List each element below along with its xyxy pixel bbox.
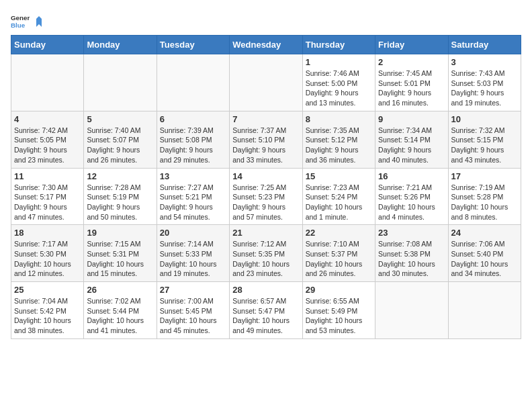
day-info: Sunrise: 7:40 AM Sunset: 5:07 PM Dayligh… bbox=[87, 126, 153, 165]
day-number: 9 bbox=[378, 114, 445, 124]
calendar-cell: 16Sunrise: 7:21 AM Sunset: 5:26 PM Dayli… bbox=[375, 168, 448, 225]
day-info: Sunrise: 7:45 AM Sunset: 5:01 PM Dayligh… bbox=[378, 68, 445, 108]
day-number: 26 bbox=[87, 285, 153, 295]
day-info: Sunrise: 7:30 AM Sunset: 5:17 PM Dayligh… bbox=[14, 183, 81, 222]
day-info: Sunrise: 7:14 AM Sunset: 5:33 PM Dayligh… bbox=[160, 239, 226, 279]
calendar-cell bbox=[230, 54, 302, 111]
day-info: Sunrise: 7:04 AM Sunset: 5:42 PM Dayligh… bbox=[14, 296, 81, 336]
calendar-cell: 6Sunrise: 7:39 AM Sunset: 5:08 PM Daylig… bbox=[157, 111, 229, 168]
logo-icon: General Blue bbox=[11, 11, 30, 30]
day-info: Sunrise: 7:06 AM Sunset: 5:40 PM Dayligh… bbox=[451, 239, 518, 279]
day-number: 20 bbox=[160, 228, 226, 238]
calendar-cell: 12Sunrise: 7:28 AM Sunset: 5:19 PM Dayli… bbox=[84, 168, 157, 225]
calendar-cell: 17Sunrise: 7:19 AM Sunset: 5:28 PM Dayli… bbox=[448, 168, 521, 225]
calendar-week-row: 25Sunrise: 7:04 AM Sunset: 5:42 PM Dayli… bbox=[11, 282, 521, 339]
calendar-cell: 20Sunrise: 7:14 AM Sunset: 5:33 PM Dayli… bbox=[157, 225, 229, 282]
calendar-day-header: Monday bbox=[84, 36, 157, 54]
calendar-cell: 5Sunrise: 7:40 AM Sunset: 5:07 PM Daylig… bbox=[84, 111, 157, 168]
day-number: 17 bbox=[451, 171, 518, 181]
day-info: Sunrise: 7:10 AM Sunset: 5:37 PM Dayligh… bbox=[306, 239, 372, 279]
day-number: 22 bbox=[306, 228, 372, 238]
day-number: 1 bbox=[306, 57, 372, 67]
calendar-day-header: Thursday bbox=[302, 36, 375, 54]
calendar-table: SundayMondayTuesdayWednesdayThursdayFrid… bbox=[11, 35, 521, 339]
calendar-cell: 19Sunrise: 7:15 AM Sunset: 5:31 PM Dayli… bbox=[84, 225, 157, 282]
calendar-day-header: Sunday bbox=[11, 36, 84, 54]
day-number: 2 bbox=[378, 57, 445, 67]
calendar-cell: 4Sunrise: 7:42 AM Sunset: 5:05 PM Daylig… bbox=[11, 111, 84, 168]
calendar-cell bbox=[11, 54, 84, 111]
day-info: Sunrise: 7:00 AM Sunset: 5:45 PM Dayligh… bbox=[160, 296, 226, 336]
calendar-cell: 7Sunrise: 7:37 AM Sunset: 5:10 PM Daylig… bbox=[230, 111, 302, 168]
day-number: 28 bbox=[232, 285, 299, 295]
calendar-cell: 22Sunrise: 7:10 AM Sunset: 5:37 PM Dayli… bbox=[302, 225, 375, 282]
day-info: Sunrise: 7:21 AM Sunset: 5:26 PM Dayligh… bbox=[378, 183, 445, 222]
day-info: Sunrise: 7:37 AM Sunset: 5:10 PM Dayligh… bbox=[232, 126, 299, 165]
calendar-week-row: 1Sunrise: 7:46 AM Sunset: 5:00 PM Daylig… bbox=[11, 54, 521, 111]
calendar-cell: 14Sunrise: 7:25 AM Sunset: 5:23 PM Dayli… bbox=[230, 168, 302, 225]
day-number: 11 bbox=[14, 171, 81, 181]
calendar-cell: 1Sunrise: 7:46 AM Sunset: 5:00 PM Daylig… bbox=[302, 54, 375, 111]
day-number: 10 bbox=[451, 114, 518, 124]
day-info: Sunrise: 7:23 AM Sunset: 5:24 PM Dayligh… bbox=[306, 183, 372, 222]
day-number: 12 bbox=[87, 171, 153, 181]
day-number: 3 bbox=[451, 57, 518, 67]
calendar-week-row: 11Sunrise: 7:30 AM Sunset: 5:17 PM Dayli… bbox=[11, 168, 521, 225]
calendar-cell: 10Sunrise: 7:32 AM Sunset: 5:15 PM Dayli… bbox=[448, 111, 521, 168]
svg-marker-3 bbox=[34, 16, 44, 27]
calendar-cell: 29Sunrise: 6:55 AM Sunset: 5:49 PM Dayli… bbox=[302, 282, 375, 339]
calendar-cell: 11Sunrise: 7:30 AM Sunset: 5:17 PM Dayli… bbox=[11, 168, 84, 225]
day-number: 14 bbox=[232, 171, 299, 181]
day-info: Sunrise: 7:46 AM Sunset: 5:00 PM Dayligh… bbox=[306, 68, 372, 108]
calendar-cell: 15Sunrise: 7:23 AM Sunset: 5:24 PM Dayli… bbox=[302, 168, 375, 225]
calendar-header-row: SundayMondayTuesdayWednesdayThursdayFrid… bbox=[11, 36, 521, 54]
day-number: 6 bbox=[160, 114, 226, 124]
logo-bird-icon bbox=[32, 15, 46, 28]
calendar-cell: 13Sunrise: 7:27 AM Sunset: 5:21 PM Dayli… bbox=[157, 168, 229, 225]
calendar-cell bbox=[375, 282, 448, 339]
day-info: Sunrise: 6:57 AM Sunset: 5:47 PM Dayligh… bbox=[232, 296, 299, 336]
day-info: Sunrise: 7:28 AM Sunset: 5:19 PM Dayligh… bbox=[87, 183, 153, 222]
day-info: Sunrise: 7:25 AM Sunset: 5:23 PM Dayligh… bbox=[232, 183, 299, 222]
calendar-cell: 25Sunrise: 7:04 AM Sunset: 5:42 PM Dayli… bbox=[11, 282, 84, 339]
day-info: Sunrise: 7:43 AM Sunset: 5:03 PM Dayligh… bbox=[451, 68, 518, 108]
day-info: Sunrise: 7:39 AM Sunset: 5:08 PM Dayligh… bbox=[160, 126, 226, 165]
day-number: 23 bbox=[378, 228, 445, 238]
day-number: 8 bbox=[306, 114, 372, 124]
calendar-cell: 18Sunrise: 7:17 AM Sunset: 5:30 PM Dayli… bbox=[11, 225, 84, 282]
day-number: 15 bbox=[306, 171, 372, 181]
calendar-cell bbox=[157, 54, 229, 111]
day-number: 7 bbox=[232, 114, 299, 124]
calendar-day-header: Tuesday bbox=[157, 36, 229, 54]
day-number: 4 bbox=[14, 114, 81, 124]
day-number: 19 bbox=[87, 228, 153, 238]
day-number: 21 bbox=[232, 228, 299, 238]
calendar-day-header: Saturday bbox=[448, 36, 521, 54]
day-info: Sunrise: 7:08 AM Sunset: 5:38 PM Dayligh… bbox=[378, 239, 445, 279]
calendar-week-row: 4Sunrise: 7:42 AM Sunset: 5:05 PM Daylig… bbox=[11, 111, 521, 168]
day-number: 16 bbox=[378, 171, 445, 181]
calendar-week-row: 18Sunrise: 7:17 AM Sunset: 5:30 PM Dayli… bbox=[11, 225, 521, 282]
day-info: Sunrise: 7:12 AM Sunset: 5:35 PM Dayligh… bbox=[232, 239, 299, 279]
day-number: 29 bbox=[306, 285, 372, 295]
svg-text:Blue: Blue bbox=[11, 21, 26, 29]
calendar-cell bbox=[84, 54, 157, 111]
day-number: 25 bbox=[14, 285, 81, 295]
calendar-cell: 27Sunrise: 7:00 AM Sunset: 5:45 PM Dayli… bbox=[157, 282, 229, 339]
calendar-cell: 24Sunrise: 7:06 AM Sunset: 5:40 PM Dayli… bbox=[448, 225, 521, 282]
svg-text:General: General bbox=[11, 14, 30, 21]
day-info: Sunrise: 7:32 AM Sunset: 5:15 PM Dayligh… bbox=[451, 126, 518, 165]
calendar-cell: 3Sunrise: 7:43 AM Sunset: 5:03 PM Daylig… bbox=[448, 54, 521, 111]
day-number: 5 bbox=[87, 114, 153, 124]
calendar-day-header: Wednesday bbox=[230, 36, 302, 54]
calendar-cell bbox=[448, 282, 521, 339]
calendar-cell: 26Sunrise: 7:02 AM Sunset: 5:44 PM Dayli… bbox=[84, 282, 157, 339]
calendar-cell: 8Sunrise: 7:35 AM Sunset: 5:12 PM Daylig… bbox=[302, 111, 375, 168]
day-info: Sunrise: 7:17 AM Sunset: 5:30 PM Dayligh… bbox=[14, 239, 81, 279]
logo: General Blue bbox=[11, 11, 46, 30]
day-info: Sunrise: 7:42 AM Sunset: 5:05 PM Dayligh… bbox=[14, 126, 81, 165]
day-info: Sunrise: 6:55 AM Sunset: 5:49 PM Dayligh… bbox=[306, 296, 372, 336]
calendar-day-header: Friday bbox=[375, 36, 448, 54]
day-info: Sunrise: 7:35 AM Sunset: 5:12 PM Dayligh… bbox=[306, 126, 372, 165]
day-info: Sunrise: 7:27 AM Sunset: 5:21 PM Dayligh… bbox=[160, 183, 226, 222]
